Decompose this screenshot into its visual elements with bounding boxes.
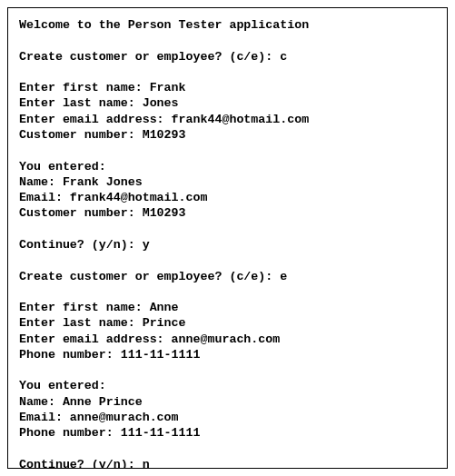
prompt-type-line: Create customer or employee? (c/e): e <box>19 270 287 283</box>
extra-field-line: Customer number: M10293 <box>19 128 186 142</box>
entered-header-line: You entered: <box>19 160 106 174</box>
name-out-line: Name: Frank Jones <box>19 175 143 189</box>
email-out-line: Email: frank44@hotmail.com <box>19 191 207 204</box>
first-name-line: Enter first name: Frank <box>19 81 186 94</box>
last-name-line: Enter last name: Prince <box>19 316 186 330</box>
extra-field-line: Phone number: 111-11-1111 <box>19 348 201 362</box>
continue-line: Continue? (y/n): y <box>19 238 150 252</box>
email-line: Enter email address: anne@murach.com <box>19 332 280 346</box>
email-out-line: Email: anne@murach.com <box>19 411 179 424</box>
last-name-line: Enter last name: Jones <box>19 96 179 110</box>
continue-line: Continue? (y/n): n <box>19 458 150 469</box>
prompt-type-line: Create customer or employee? (c/e): c <box>19 50 287 64</box>
email-line: Enter email address: frank44@hotmail.com <box>19 113 309 126</box>
extra-out-line: Customer number: M10293 <box>19 206 186 220</box>
extra-out-line: Phone number: 111-11-1111 <box>19 426 201 440</box>
console-output: Welcome to the Person Tester application… <box>7 7 448 469</box>
entered-header-line: You entered: <box>19 379 106 392</box>
first-name-line: Enter first name: Anne <box>19 301 179 314</box>
welcome-line: Welcome to the Person Tester application <box>19 18 309 32</box>
name-out-line: Name: Anne Prince <box>19 395 143 409</box>
